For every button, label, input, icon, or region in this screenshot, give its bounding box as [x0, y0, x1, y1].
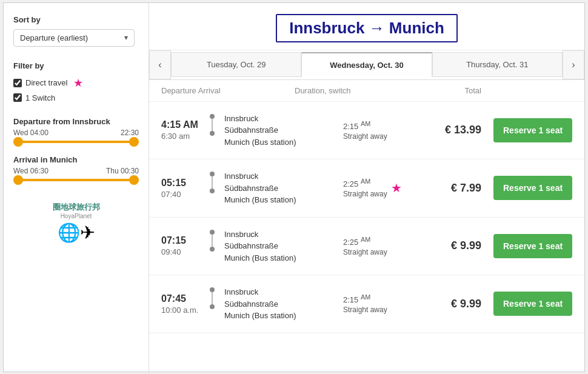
arrival-range-thumb-left[interactable]: [13, 175, 23, 185]
arrival-range-thumb-right[interactable]: [129, 175, 139, 185]
arrival-time-3: 10:00 a.m.: [161, 306, 210, 315]
to-stop-0: Munich (Bus station): [224, 136, 303, 149]
duration-text-0: 2:15 AM: [343, 122, 370, 131]
filter-label: Filter by: [13, 61, 139, 70]
duration-wrapper-1: 2:25 AM Straight away ★: [343, 178, 440, 198]
departure-range-track[interactable]: [13, 141, 139, 143]
trip-route-0: Innsbruck Südbahnstraße Munich (Bus stat…: [210, 113, 343, 149]
arrival-range-label: Arrival in Munich: [13, 155, 139, 164]
table-row: 07:15 09:40 Innsbruck Südbahnstraße Muni…: [149, 218, 584, 276]
filter-direct-label: Direct travel: [25, 78, 67, 87]
globe-icon: 🌐✈: [58, 222, 95, 243]
prev-date-arrow[interactable]: ‹: [149, 50, 171, 79]
dot-bottom-1: [210, 189, 215, 193]
sort-dropdown[interactable]: Departure (earliest) ▾: [13, 29, 135, 47]
departure-time-1: 05:15: [161, 178, 210, 189]
arrival-time-0: 6:30 am: [161, 132, 210, 141]
from-stop-3: Innsbruck Südbahnstraße: [224, 286, 303, 310]
duration-text-1: 2:25 AM: [343, 179, 370, 189]
departure-time-3: 07:45: [161, 293, 210, 304]
trip-route-2: Innsbruck Südbahnstraße Munich (Bus stat…: [210, 229, 343, 264]
duration-col-2: 2:25 AM Straight away: [343, 236, 440, 256]
reserve-btn-0[interactable]: Reserve 1 seat: [493, 118, 572, 142]
duration-text-2: 2:25 AM: [343, 238, 370, 247]
dot-top-2: [210, 230, 215, 235]
trip-route-1: Innsbruck Südbahnstraße Munich (Bus stat…: [210, 170, 343, 206]
route-header: Innsbruck → Munich: [149, 3, 584, 50]
trip-list: 4:15 AM 6:30 am Innsbruck Südbahnstraße …: [149, 102, 584, 333]
departure-range-thumb-right[interactable]: [129, 137, 139, 147]
trip-times-0: 4:15 AM 6:30 am: [161, 119, 210, 141]
filter-1-switch: 1 Switch: [13, 93, 139, 102]
trip-stops-2: Innsbruck Südbahnstraße Munich (Bus stat…: [218, 229, 303, 264]
chevron-down-icon: ▾: [124, 33, 128, 42]
table-row: 07:45 10:00 a.m. Innsbruck Südbahnstraße…: [149, 275, 584, 333]
watermark-chinese: 圈地球旅行邦: [53, 202, 100, 213]
trip-stops-0: Innsbruck Südbahnstraße Munich (Bus stat…: [218, 113, 303, 149]
dot-bottom-2: [210, 247, 215, 252]
trip-route-3: Innsbruck Südbahnstraße Munich (Bus stat…: [210, 286, 343, 322]
route-title: Innsbruck → Munich: [276, 14, 458, 42]
date-tab-tuesday[interactable]: Tuesday, Oct. 29: [171, 52, 301, 77]
to-stop-1: Munich (Bus station): [224, 194, 303, 206]
to-stop-3: Munich (Bus station): [224, 310, 303, 322]
arrival-time-1: 07:40: [161, 190, 210, 199]
trip-times-1: 05:15 07:40: [161, 178, 210, 199]
route-line-0: [212, 119, 213, 131]
route-line-1: [212, 176, 213, 189]
next-date-arrow[interactable]: ›: [563, 50, 584, 79]
duration-wrapper-3: 2:15 AM Straight away: [343, 293, 440, 314]
duration-wrapper-2: 2:25 AM Straight away: [343, 236, 440, 256]
sort-label: Sort by: [13, 15, 139, 24]
date-nav: ‹ Tuesday, Oct. 29 Wednesday, Oct. 30 Th…: [149, 50, 584, 80]
dot-top-3: [210, 287, 215, 292]
table-header: Departure Arrival Duration, switch Total: [149, 80, 584, 102]
table-row: 4:15 AM 6:30 am Innsbruck Südbahnstraße …: [149, 102, 584, 160]
trip-times-2: 07:15 09:40: [161, 235, 210, 256]
duration-col-0: 2:15 AM Straight away: [343, 120, 440, 141]
col-header-dep-arr: Departure Arrival: [161, 86, 295, 95]
departure-min: Wed 04:00: [13, 129, 48, 137]
departure-range-thumb-left[interactable]: [13, 137, 23, 147]
dot-bottom-0: [210, 131, 215, 136]
filter-switch-label: 1 Switch: [25, 93, 55, 102]
reserve-btn-1[interactable]: Reserve 1 seat: [493, 176, 572, 200]
from-stop-0: Innsbruck Südbahnstraße: [224, 113, 303, 136]
date-tab-thursday[interactable]: Thursday, Oct. 31: [432, 52, 563, 77]
date-tab-wednesday[interactable]: Wednesday, Oct. 30: [301, 52, 432, 77]
route-dots-3: [210, 286, 215, 309]
duration-wrapper-0: 2:15 AM Straight away: [343, 120, 440, 141]
departure-range-label: Departure from Innsbruck: [13, 117, 139, 126]
switch-label-1: Straight away: [343, 190, 387, 198]
duration-col-3: 2:15 AM Straight away: [343, 293, 440, 314]
departure-time-0: 4:15 AM: [161, 119, 210, 130]
price-2: € 9.99: [440, 239, 493, 252]
table-row: 05:15 07:40 Innsbruck Südbahnstraße Muni…: [149, 159, 584, 218]
dot-top-0: [210, 114, 215, 119]
price-1: € 7.99: [440, 182, 493, 195]
col-header-duration: Duration, switch: [295, 86, 392, 95]
departure-time-2: 07:15: [161, 235, 210, 246]
one-switch-checkbox[interactable]: [13, 93, 22, 102]
duration-text-3: 2:15 AM: [343, 295, 370, 304]
filter-direct-travel: Direct travel ★: [13, 76, 139, 90]
arrival-time-2: 09:40: [161, 247, 210, 256]
duration-col-1: 2:25 AM Straight away ★: [343, 178, 440, 198]
switch-label-3: Straight away: [343, 306, 387, 314]
dot-bottom-3: [210, 304, 215, 309]
arrival-range-track[interactable]: [13, 179, 139, 181]
from-stop-1: Innsbruck Südbahnstraße: [224, 170, 303, 194]
reserve-btn-3[interactable]: Reserve 1 seat: [493, 292, 572, 316]
switch-label-2: Straight away: [343, 248, 387, 256]
watermark-english: HoyaPlanet: [61, 213, 92, 219]
star-icon: ★: [73, 76, 83, 90]
departure-max: 22:30: [121, 129, 139, 137]
direct-travel-checkbox[interactable]: [13, 79, 22, 87]
price-0: € 13.99: [440, 124, 493, 136]
reserve-btn-2[interactable]: Reserve 1 seat: [493, 234, 572, 258]
to-stop-2: Munich (Bus station): [224, 252, 303, 264]
col-header-total: Total: [392, 86, 572, 95]
route-dots-2: [210, 229, 215, 252]
price-3: € 9.99: [440, 298, 493, 310]
route-line-2: [212, 235, 213, 247]
